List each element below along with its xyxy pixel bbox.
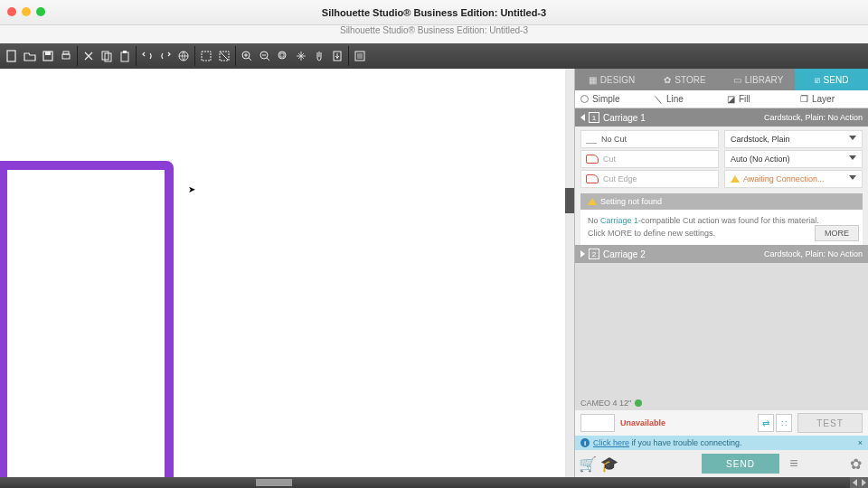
chevron-down-icon xyxy=(849,136,856,144)
cart-icon[interactable]: 🛒 xyxy=(580,456,595,471)
carriage-1-number: 1 xyxy=(589,112,599,123)
material-select[interactable]: Cardstock, Plain xyxy=(724,130,863,148)
position-button[interactable]: ∷ xyxy=(776,414,792,432)
scroll-left-button[interactable] xyxy=(850,477,859,488)
deselect-button[interactable] xyxy=(215,47,233,65)
carriage-1-link[interactable]: Carriage 1 xyxy=(600,216,638,225)
option-no-cut[interactable]: No Cut xyxy=(580,130,719,148)
tutorial-icon[interactable]: 🎓 xyxy=(602,456,617,471)
layer-icon: ❐ xyxy=(800,94,808,104)
device-status: Unavailable xyxy=(620,418,665,427)
zoom-out-button[interactable] xyxy=(256,47,274,65)
bottom-scrollbar[interactable] xyxy=(0,477,868,488)
chevron-left-icon xyxy=(580,114,585,121)
send-button[interactable]: SEND xyxy=(702,454,779,474)
design-shape[interactable] xyxy=(0,161,174,477)
grid-icon: ▦ xyxy=(589,75,597,85)
option-cut[interactable]: Cut xyxy=(580,150,719,168)
document-subtitle: Silhouette Studio® Business Edition: Unt… xyxy=(0,25,868,43)
cut-icon xyxy=(586,155,599,164)
more-button[interactable]: MORE xyxy=(815,225,859,241)
queue-icon[interactable]: ≡ xyxy=(787,456,801,471)
action-select[interactable]: Auto (No Action) xyxy=(724,150,863,168)
carriage-1-header[interactable]: 1 Carriage 1 Cardstock, Plain: No Action xyxy=(575,108,868,127)
close-info-button[interactable]: × xyxy=(858,438,863,447)
tab-send[interactable]: ⎚SEND xyxy=(795,69,868,90)
tab-design[interactable]: ▦DESIGN xyxy=(575,69,648,90)
warning-icon xyxy=(588,198,597,205)
zoom-selection-button[interactable] xyxy=(274,47,292,65)
cursor-icon: ➤ xyxy=(188,184,195,194)
pan-button[interactable] xyxy=(310,47,328,65)
carriage-2-header[interactable]: 2 Carriage 2 Cardstock, Plain: No Action xyxy=(575,245,868,263)
cut-edge-icon xyxy=(586,174,599,183)
browser-button[interactable] xyxy=(175,47,193,65)
send-footer: 🛒 🎓 SEND ≡ ✿ xyxy=(575,450,868,477)
svg-rect-8 xyxy=(123,51,127,53)
gear-icon: ✿ xyxy=(664,75,671,85)
zoom-drag-button[interactable] xyxy=(292,47,310,65)
select-button[interactable] xyxy=(197,47,215,65)
option-cut-edge[interactable]: Cut Edge xyxy=(580,170,719,188)
test-button[interactable]: TEST xyxy=(797,413,863,433)
machine-icon: ⎚ xyxy=(815,75,820,85)
svg-rect-3 xyxy=(62,54,70,59)
chevron-right-icon xyxy=(580,250,585,258)
device-name-row: CAMEO 4 12" xyxy=(575,396,868,410)
connected-icon xyxy=(635,399,642,407)
settings-icon[interactable]: ✿ xyxy=(848,456,863,471)
tool-select[interactable]: Awaiting Connection... xyxy=(724,170,863,188)
carriage-2-number: 2 xyxy=(589,249,599,259)
redo-button[interactable] xyxy=(156,47,175,65)
subtab-fill[interactable]: ◪Fill xyxy=(722,94,795,104)
fit-page-button[interactable] xyxy=(328,47,346,65)
line-icon: ＼ xyxy=(654,93,663,106)
chevron-down-icon xyxy=(849,155,856,164)
svg-rect-2 xyxy=(45,52,51,55)
canvas[interactable]: ➤ xyxy=(0,69,575,477)
empty-panel xyxy=(575,263,868,396)
svg-rect-7 xyxy=(121,52,128,61)
cut-button[interactable] xyxy=(80,47,98,65)
book-icon: ▭ xyxy=(733,75,741,85)
no-cut-icon xyxy=(586,135,597,144)
svg-point-14 xyxy=(278,52,286,59)
tab-library[interactable]: ▭LIBRARY xyxy=(722,69,795,90)
save-button[interactable] xyxy=(39,47,57,65)
info-icon: i xyxy=(580,438,590,447)
svg-rect-10 xyxy=(202,52,211,61)
mat-preview xyxy=(580,414,615,432)
subtab-layer[interactable]: ❐Layer xyxy=(795,94,868,104)
tab-store[interactable]: ✿STORE xyxy=(648,69,722,90)
close-window-button[interactable] xyxy=(7,7,16,16)
print-button[interactable] xyxy=(57,47,75,65)
scroll-right-button[interactable] xyxy=(859,477,868,488)
window-controls xyxy=(7,7,45,16)
subtab-simple[interactable]: Simple xyxy=(575,94,648,104)
feed-button[interactable]: ⇄ xyxy=(758,414,774,432)
open-file-button[interactable] xyxy=(21,47,39,65)
minimize-window-button[interactable] xyxy=(22,7,31,16)
titlebar: Silhouette Studio® Business Edition: Unt… xyxy=(0,0,868,25)
copy-button[interactable] xyxy=(98,47,116,65)
undo-button[interactable] xyxy=(138,47,156,65)
device-status-row: Unavailable ⇄ ∷ TEST xyxy=(575,410,868,436)
paste-button[interactable] xyxy=(116,47,134,65)
preferences-button[interactable] xyxy=(351,47,369,65)
svg-rect-4 xyxy=(63,52,69,54)
zoom-window-button[interactable] xyxy=(36,7,45,16)
warning-message: No Carriage 1-compatible Cut action was … xyxy=(580,210,863,245)
zoom-in-button[interactable] xyxy=(238,47,256,65)
chevron-down-icon xyxy=(849,175,856,183)
svg-rect-0 xyxy=(7,51,15,61)
vertical-scrollbar[interactable] xyxy=(565,69,574,477)
fill-icon: ◪ xyxy=(727,94,735,104)
window-title: Silhouette Studio® Business Edition: Unt… xyxy=(322,7,546,18)
warning-icon xyxy=(731,175,740,183)
subtab-line[interactable]: ＼Line xyxy=(648,93,722,106)
help-link[interactable]: Click here xyxy=(593,438,629,447)
info-bar: i Click here if you have trouble connect… xyxy=(575,436,868,450)
main-toolbar xyxy=(0,43,868,69)
new-file-button[interactable] xyxy=(3,47,21,65)
send-panel: ▦DESIGN ✿STORE ▭LIBRARY ⎚SEND Simple ＼Li… xyxy=(575,69,868,477)
